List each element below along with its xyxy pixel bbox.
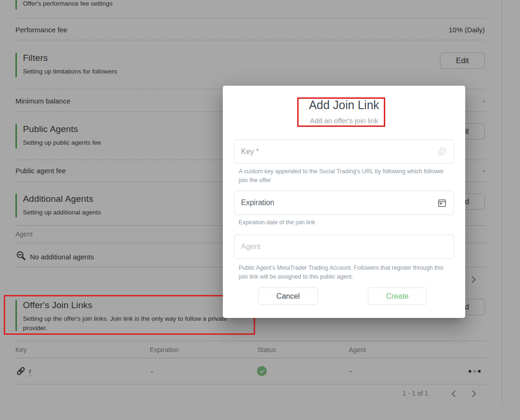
calendar-icon[interactable] bbox=[437, 198, 447, 208]
key-input[interactable]: Key * bbox=[234, 140, 454, 164]
expiration-helper-text: Expiration date of the join link bbox=[239, 218, 447, 227]
agent-input[interactable]: Agent bbox=[234, 235, 454, 259]
page: Offer's performance fee settings Perform… bbox=[0, 0, 520, 420]
copy-icon[interactable] bbox=[437, 147, 447, 157]
expiration-input[interactable]: Expiration bbox=[234, 191, 454, 215]
annotation-box-join-links bbox=[4, 295, 255, 335]
key-helper-text: A custom key appended to the Social Trad… bbox=[239, 167, 447, 185]
expiration-input-label: Expiration bbox=[241, 199, 274, 207]
key-input-label: Key * bbox=[241, 147, 259, 156]
agent-helper-text: Public Agent's MetaTrader Trading Accoun… bbox=[239, 264, 447, 282]
annotation-box-dialog-title bbox=[297, 97, 385, 127]
agent-input-placeholder: Agent bbox=[241, 243, 261, 251]
cancel-button[interactable]: Cancel bbox=[258, 287, 318, 305]
create-button[interactable]: Create bbox=[368, 287, 427, 305]
